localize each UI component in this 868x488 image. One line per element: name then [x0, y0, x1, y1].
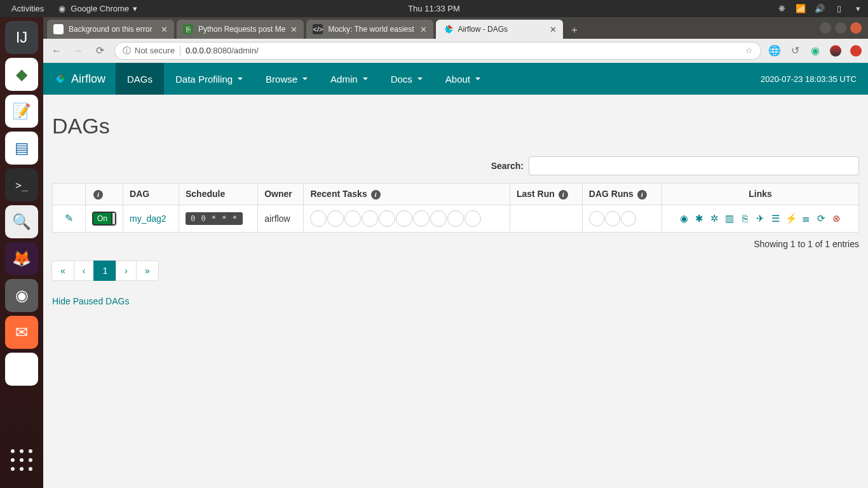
task-duration-icon[interactable]: ▥ — [724, 213, 735, 224]
col-dag-runs: DAG Runs i — [582, 184, 661, 205]
activities-button[interactable]: Activities — [5, 4, 50, 13]
refresh-icon[interactable]: ⟳ — [816, 213, 826, 224]
new-tab-button[interactable]: ＋ — [566, 21, 583, 39]
delete-dag-icon[interactable]: ⊗ — [831, 213, 841, 224]
airflow-icon — [442, 24, 452, 34]
launcher-firefox[interactable]: 🦊 — [5, 242, 38, 275]
tree-view-icon[interactable]: ✱ — [694, 213, 704, 224]
launcher-terminal[interactable]: >_ — [5, 168, 38, 201]
nav-browse[interactable]: Browse — [254, 63, 319, 95]
task-tries-icon[interactable]: ⎘ — [740, 213, 750, 224]
launcher-pycharm[interactable]: ◆ — [5, 58, 38, 91]
airflow-brand[interactable]: Airflow — [43, 72, 116, 86]
clock[interactable]: Thu 11:33 PM — [408, 4, 460, 13]
tab-python-requests[interactable]: ⎘ Python Requests post Me ✕ — [177, 20, 304, 39]
gantt-icon[interactable]: ☰ — [770, 213, 780, 224]
page-next[interactable]: › — [116, 261, 137, 281]
nav-about[interactable]: About — [434, 63, 492, 95]
dag-link[interactable]: my_dag2 — [130, 214, 166, 224]
info-icon[interactable]: i — [559, 190, 568, 200]
security-indicator[interactable]: ⓘ Not secure — [123, 45, 175, 57]
launcher-chrome[interactable]: ◉ — [5, 279, 38, 312]
col-schedule[interactable]: Schedule — [179, 184, 257, 205]
nav-admin[interactable]: Admin — [319, 63, 379, 95]
dag-runs-circles[interactable] — [589, 211, 655, 226]
security-label: Not secure — [135, 46, 175, 55]
extension-icon[interactable] — [850, 45, 862, 57]
recent-tasks-circles[interactable] — [310, 210, 503, 227]
info-icon: ⓘ — [123, 45, 131, 57]
page-prev[interactable]: ‹ — [74, 261, 95, 281]
page-last[interactable]: » — [136, 261, 159, 281]
page-body: Airflow DAGs Data Profiling Browse Admin… — [43, 63, 868, 488]
bookmark-star-icon[interactable]: ☆ — [745, 46, 753, 55]
launcher-intellij[interactable]: IJ — [5, 21, 38, 54]
forward-button[interactable]: → — [71, 44, 85, 58]
chevron-down-icon: ▾ — [133, 4, 137, 13]
close-icon[interactable]: ✕ — [420, 25, 427, 34]
info-icon[interactable]: i — [637, 190, 647, 200]
nav-docs[interactable]: Docs — [379, 63, 434, 95]
tab-title: Airflow - DAGs — [458, 25, 545, 34]
edit-dag-icon[interactable]: ✎ — [65, 213, 73, 224]
back-button[interactable]: ← — [50, 44, 64, 58]
chevron-down-icon[interactable]: ▾ — [853, 4, 863, 14]
close-icon[interactable]: ✕ — [550, 25, 557, 34]
table-row: ✎ On my_dag2 0 0 * * * airflow — [53, 205, 859, 232]
close-window-button[interactable] — [850, 22, 862, 34]
hide-paused-link[interactable]: Hide Paused DAGs — [52, 296, 129, 306]
profile-avatar[interactable] — [830, 45, 841, 57]
extension-icons: 🌐 ↺ ◉ — [769, 45, 862, 57]
col-links: Links — [661, 184, 858, 205]
extension-icon[interactable]: ◉ — [810, 45, 821, 57]
maximize-button[interactable] — [835, 22, 846, 34]
minimize-button[interactable] — [820, 22, 831, 34]
tab-airflow[interactable]: Airflow - DAGs ✕ — [436, 20, 563, 39]
tab-title: Background on this error — [69, 25, 156, 34]
trigger-dag-icon[interactable]: ◉ — [679, 213, 689, 224]
launcher-apps-icon[interactable] — [5, 444, 38, 477]
volume-icon[interactable]: 🔊 — [815, 4, 825, 14]
table-info: Showing 1 to 1 of 1 entries — [52, 239, 859, 249]
close-icon[interactable]: ✕ — [161, 25, 168, 34]
url-text: 0.0.0.0:8080/admin/ — [186, 46, 259, 55]
page-first[interactable]: « — [51, 261, 74, 281]
reload-button[interactable]: ⟳ — [93, 44, 107, 58]
landing-times-icon[interactable]: ✈ — [755, 213, 765, 224]
col-recent-tasks: Recent Tasks i — [304, 184, 510, 205]
page-1[interactable]: 1 — [93, 261, 116, 281]
graph-view-icon[interactable]: ✲ — [709, 213, 719, 224]
launcher-slack[interactable]: ✦ — [5, 353, 38, 386]
info-icon[interactable]: i — [371, 190, 381, 200]
launcher-postman[interactable]: ✉ — [5, 316, 38, 349]
network-icon[interactable]: 📶 — [796, 4, 806, 14]
launcher-text-editor[interactable]: 📝 — [5, 95, 38, 128]
extension-icon[interactable]: 🌐 — [769, 45, 780, 57]
tab-mocky[interactable]: </> Mocky: The world easiest ✕ — [306, 20, 433, 39]
info-icon[interactable]: i — [93, 190, 103, 200]
chrome-icon: ◉ — [57, 4, 67, 14]
close-icon[interactable]: ✕ — [290, 25, 297, 34]
col-owner[interactable]: Owner — [258, 184, 304, 205]
col-dag[interactable]: DAG — [123, 184, 179, 205]
window-controls — [820, 17, 868, 39]
launcher-libreoffice[interactable]: ▤ — [5, 132, 38, 165]
app-menu[interactable]: ◉ Google Chrome ▾ — [50, 4, 144, 14]
address-bar[interactable]: ⓘ Not secure 0.0.0.0:8080/admin/ ☆ — [114, 42, 761, 60]
schedule-badge[interactable]: 0 0 * * * — [186, 212, 243, 225]
nav-data-profiling[interactable]: Data Profiling — [164, 63, 254, 95]
zap-icon[interactable]: ⚡ — [785, 213, 796, 224]
extension-icon[interactable]: ↺ — [789, 45, 801, 57]
logs-icon[interactable]: ≣ — [801, 213, 811, 224]
indicator-icon[interactable]: ❋ — [776, 4, 787, 14]
system-tray: ❋ 📶 🔊 ▯ ▾ — [776, 4, 863, 14]
nav-dags[interactable]: DAGs — [116, 63, 164, 95]
page-title: DAGs — [52, 114, 859, 139]
app-name: Google Chrome — [71, 4, 129, 13]
search-input[interactable] — [529, 156, 859, 175]
battery-icon[interactable]: ▯ — [834, 4, 844, 14]
launcher-loupe[interactable]: 🔍 — [5, 205, 38, 238]
tab-background-error[interactable]: G Background on this error ✕ — [47, 20, 174, 39]
action-links: ◉ ✱ ✲ ▥ ⎘ ✈ ☰ ⚡ ≣ ⟳ ⊗ — [668, 213, 852, 224]
dag-pause-toggle[interactable]: On — [92, 212, 116, 226]
